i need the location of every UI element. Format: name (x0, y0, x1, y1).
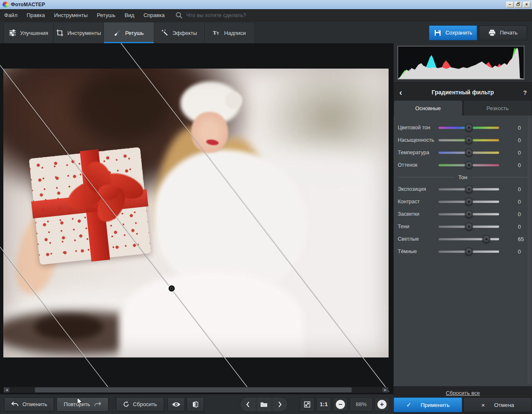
close-button[interactable]: × (523, 2, 530, 8)
slider-track[interactable] (438, 151, 499, 154)
scrollbar-thumb[interactable] (35, 387, 352, 392)
back-button[interactable]: ‹ (394, 88, 408, 97)
zoom-in-button[interactable]: + (374, 397, 389, 412)
tab-basic[interactable]: Основные (394, 100, 463, 116)
preview-original-button[interactable] (167, 397, 185, 412)
slider-value: 0 (518, 150, 527, 156)
undo-button[interactable]: Отменить (4, 397, 54, 412)
slider-handle[interactable] (465, 198, 473, 206)
reset-all-link[interactable]: Сбросить все (446, 390, 480, 396)
next-photo-button[interactable] (272, 397, 288, 412)
tab-retouch[interactable]: Ретушь (104, 22, 154, 43)
horizontal-scrollbar[interactable]: ◄ ► (3, 387, 389, 393)
slider-track[interactable] (438, 238, 499, 240)
fit-to-screen-button[interactable] (300, 397, 315, 412)
print-button[interactable]: Печать (479, 25, 527, 40)
menu-retouch[interactable]: Ретушь (97, 12, 116, 18)
editor-canvas[interactable]: ◄ ► (0, 43, 394, 394)
slider-row: Насыщенность0 (394, 134, 532, 146)
slider-track[interactable] (438, 200, 499, 203)
tab-sharpness[interactable]: Резкость (463, 100, 532, 116)
top-actions: Сохранить Печать (429, 22, 532, 43)
slider-label: Экспозиция (398, 186, 438, 192)
floppy-disk-icon (434, 29, 441, 37)
tab-effects[interactable]: Эффекты (154, 22, 204, 43)
slider-track[interactable] (438, 225, 499, 228)
scrollbar-track[interactable] (10, 387, 382, 393)
restore-button[interactable] (515, 2, 522, 8)
gradient-line-right (121, 43, 389, 392)
zoom-out-button[interactable]: − (333, 397, 348, 412)
slider-handle[interactable] (465, 136, 473, 144)
slider-row: Температура0 (394, 146, 532, 159)
slider-handle[interactable] (465, 149, 473, 157)
scroll-left-arrow[interactable]: ◄ (3, 387, 10, 393)
app-title: ФотоМАСТЕР (11, 2, 45, 7)
tab-tools[interactable]: Инструменты (54, 22, 104, 43)
slider-track[interactable] (438, 164, 499, 166)
reset-button[interactable]: Сбросить (116, 397, 164, 412)
gradient-line-left (0, 247, 109, 388)
right-panel: ‹ Градиентный фильтр ? Основные Резкость… (394, 43, 532, 414)
brush-icon (114, 29, 121, 37)
scroll-right-arrow[interactable]: ► (382, 387, 389, 393)
folder-icon (260, 402, 268, 407)
slider-label: Светлые (398, 236, 438, 242)
menu-edit[interactable]: Правка (27, 12, 45, 18)
help-button[interactable]: ? (518, 89, 532, 96)
slider-handle[interactable] (465, 248, 473, 256)
svg-text:T: T (213, 30, 217, 36)
slider-track[interactable] (438, 188, 499, 190)
slider-track[interactable] (438, 139, 499, 141)
chevron-right-icon (278, 402, 282, 407)
zoom-level[interactable]: 88% (350, 397, 373, 412)
save-label: Сохранить (446, 30, 473, 36)
tab-enhancements[interactable]: Улучшения (3, 22, 54, 43)
slider-track[interactable] (438, 213, 499, 215)
histogram-section (394, 43, 532, 83)
menu-file[interactable]: Файл (4, 12, 17, 18)
slider-handle[interactable] (465, 210, 473, 218)
reset-label: Сбросить (133, 401, 157, 407)
print-label: Печать (500, 30, 518, 36)
menu-tools[interactable]: Инструменты (54, 12, 88, 18)
slider-label: Тёмные (398, 249, 438, 254)
slider-track[interactable] (438, 126, 499, 129)
slider-handle[interactable] (465, 161, 473, 169)
reset-icon (123, 401, 129, 407)
tab-captions[interactable]: T T Надписи (204, 22, 255, 43)
menu-help[interactable]: Справка (143, 12, 165, 18)
chevron-left-icon (246, 402, 250, 407)
minimize-button[interactable]: − (506, 2, 514, 8)
search-box[interactable]: Что вы хотите сделать? (175, 12, 246, 19)
actual-size-button[interactable]: 1:1 (316, 397, 331, 412)
slider-handle[interactable] (465, 124, 473, 132)
gradient-center-handle[interactable] (168, 285, 175, 292)
tab-label: Ретушь (125, 30, 144, 36)
panel-header: ‹ Градиентный фильтр ? (394, 85, 532, 99)
redo-button[interactable]: Повторить (57, 397, 108, 412)
title-bar: ФотоМАСТЕР − × (0, 0, 532, 9)
tab-label: Улучшения (20, 30, 48, 36)
histogram-chart (398, 47, 524, 79)
slider-track[interactable] (438, 250, 499, 253)
menu-view[interactable]: Вид (125, 12, 135, 18)
slider-handle[interactable] (465, 185, 473, 193)
panel-scrollbar[interactable] (528, 118, 531, 384)
cancel-button[interactable]: × Отмена (463, 397, 532, 412)
before-after-icon (192, 401, 199, 408)
slider-row: Засветки0 (394, 208, 532, 220)
save-button[interactable]: Сохранить (429, 25, 477, 40)
apply-button[interactable]: ✓ Применить (394, 397, 462, 412)
before-after-button[interactable] (187, 397, 204, 412)
slider-handle[interactable] (483, 235, 490, 243)
restore-icon (517, 3, 520, 6)
menu-bar: Файл Правка Инструменты Ретушь Вид Справ… (0, 9, 532, 22)
magic-wand-icon (161, 29, 169, 37)
sliders-icon (9, 29, 16, 37)
previous-photo-button[interactable] (240, 397, 256, 412)
open-folder-button[interactable] (256, 397, 272, 412)
search-input[interactable]: Что вы хотите сделать? (186, 12, 246, 18)
slider-handle[interactable] (465, 223, 473, 231)
slider-value: 65 (518, 236, 527, 242)
